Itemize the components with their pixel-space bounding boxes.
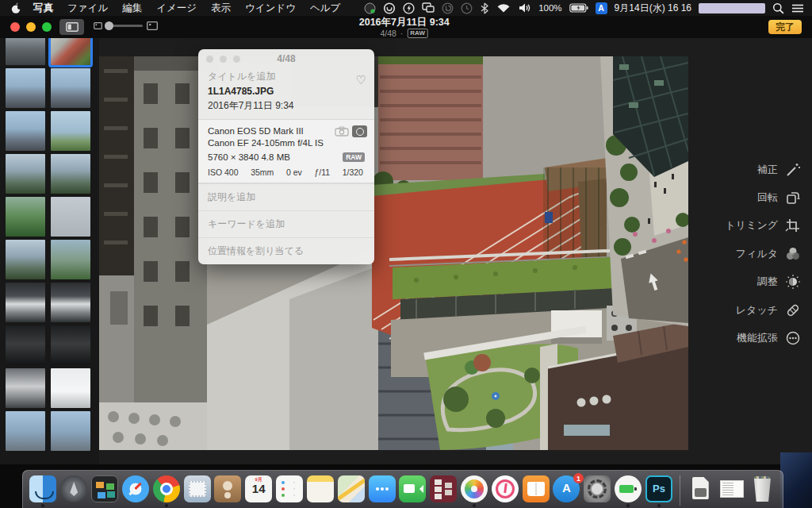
- battery-percent: 100%: [538, 3, 561, 13]
- thumbnail-7[interactable]: [6, 154, 45, 194]
- dock-item-app-store[interactable]: 1A: [551, 471, 582, 508]
- dock-item-ibooks[interactable]: [520, 471, 551, 508]
- safari-icon: [122, 475, 149, 502]
- tool-retouch[interactable]: レタッチ: [688, 296, 807, 324]
- window-titlebar: 2016年7月11日 9:34 4/48 · RAW 完了: [0, 16, 812, 38]
- photo-dimensions: 5760 × 3840 4.8 MB: [208, 152, 290, 162]
- thumbnail-15[interactable]: [6, 325, 45, 365]
- running-indicator: [626, 504, 630, 507]
- thumbnail-1[interactable]: [6, 38, 45, 65]
- tool-crop[interactable]: トリミング: [688, 212, 807, 240]
- sync-status-icon[interactable]: [364, 2, 376, 14]
- docker-status-icon[interactable]: [442, 2, 454, 14]
- minimize-window-button[interactable]: [26, 22, 36, 32]
- menu-edit[interactable]: 編集: [115, 0, 149, 16]
- menu-window[interactable]: ウインドウ: [238, 0, 303, 16]
- thumbnail-6[interactable]: [51, 111, 90, 151]
- add-title-field[interactable]: タイトルを追加: [208, 70, 365, 83]
- creative-cloud-icon[interactable]: [383, 2, 396, 14]
- dock-item-facetime[interactable]: [397, 471, 428, 508]
- tool-extensions[interactable]: 機能拡張: [688, 324, 807, 352]
- dock-item-messages[interactable]: [366, 471, 397, 508]
- dock-item-chrome[interactable]: [151, 471, 182, 508]
- main-photo[interactable]: [99, 56, 688, 450]
- popover-dots: [206, 56, 240, 63]
- menu-image[interactable]: イメージ: [149, 0, 204, 16]
- dock-item-itunes[interactable]: [489, 471, 520, 508]
- displays-icon[interactable]: [422, 2, 435, 14]
- dock-item-reminders[interactable]: [274, 471, 305, 508]
- titlebar-center: 2016年7月11日 9:34 4/48 · RAW: [359, 17, 450, 38]
- time-machine-icon[interactable]: [461, 2, 473, 14]
- thumbnail-10[interactable]: [51, 197, 90, 237]
- add-keywords-field[interactable]: キーワードを追加: [198, 210, 374, 237]
- spotlight-search-icon[interactable]: [772, 2, 784, 14]
- apple-menu-icon[interactable]: [11, 2, 21, 14]
- thumbnail-9[interactable]: [6, 197, 45, 237]
- dock-item-system-preferences[interactable]: [582, 471, 613, 508]
- dock-item-safari[interactable]: [120, 471, 151, 508]
- menu-view[interactable]: 表示: [204, 0, 238, 16]
- notification-center-icon[interactable]: [791, 2, 804, 14]
- dock-item-trash[interactable]: [747, 471, 778, 508]
- tool-adjust[interactable]: 調整: [688, 268, 807, 296]
- thumbnail-17[interactable]: [6, 368, 45, 408]
- dock-item-mission-control[interactable]: [90, 471, 121, 508]
- running-indicator: [657, 504, 661, 507]
- flash-utility-icon[interactable]: [403, 2, 415, 14]
- messages-icon: [369, 475, 396, 502]
- dock-item-calendar[interactable]: 9月14: [243, 471, 274, 508]
- volume-icon[interactable]: [518, 2, 531, 14]
- menubar-clock[interactable]: 9月14日(水) 16 16: [615, 2, 691, 15]
- thumbnail-2-selected[interactable]: [51, 38, 90, 65]
- fullscreen-window-button[interactable]: [42, 22, 52, 32]
- thumbnail-19[interactable]: [6, 411, 45, 451]
- dock-item-maps[interactable]: [335, 471, 366, 508]
- launchpad-icon: [60, 475, 87, 502]
- input-source-icon[interactable]: A: [596, 2, 607, 14]
- wifi-icon[interactable]: [496, 2, 511, 14]
- thumbnail-browser-toggle[interactable]: [59, 19, 84, 35]
- dock-item-photos[interactable]: [459, 471, 490, 508]
- close-window-button[interactable]: [10, 22, 20, 32]
- thumbnail-4[interactable]: [51, 68, 90, 108]
- thumbnail-18[interactable]: [51, 368, 90, 408]
- thumbnail-5[interactable]: [6, 111, 45, 151]
- tool-wand[interactable]: 補正: [688, 156, 807, 183]
- menu-help[interactable]: ヘルプ: [303, 0, 347, 16]
- dock-item-battery-utility[interactable]: [613, 471, 644, 508]
- battery-icon[interactable]: [569, 2, 588, 14]
- thumbnail-14[interactable]: [51, 283, 90, 322]
- bluetooth-icon[interactable]: [480, 2, 489, 14]
- menu-photos[interactable]: 写真: [26, 0, 60, 16]
- dock-item-documents[interactable]: [685, 471, 716, 508]
- done-button[interactable]: 完了: [768, 20, 802, 34]
- zoom-slider-track[interactable]: [106, 25, 143, 27]
- dock-item-mail[interactable]: [182, 471, 213, 508]
- dock-item-text-file[interactable]: [716, 471, 747, 508]
- dock-item-photo-booth[interactable]: [428, 471, 459, 508]
- dock-item-notes[interactable]: [304, 471, 335, 508]
- zoom-slider[interactable]: [94, 21, 158, 30]
- thumbnail-8[interactable]: [51, 154, 90, 194]
- trash-icon: [749, 475, 776, 502]
- dock-item-contacts[interactable]: [213, 471, 243, 508]
- exif-row: ISO 400 35mm 0 ev ƒ/11 1/320: [208, 162, 365, 178]
- favorite-heart-icon[interactable]: ♡: [356, 73, 366, 87]
- tool-filters[interactable]: フィルタ: [688, 240, 807, 267]
- thumbnail-11[interactable]: [6, 240, 45, 279]
- dock-item-finder[interactable]: [28, 471, 59, 508]
- thumbnail-20[interactable]: [51, 411, 90, 451]
- dock-item-launchpad[interactable]: [59, 471, 90, 508]
- thumbnail-12[interactable]: [51, 240, 90, 279]
- add-description-field[interactable]: 説明を追加: [198, 183, 374, 210]
- assign-location-field[interactable]: 位置情報を割り当てる: [198, 237, 374, 264]
- menu-file[interactable]: ファイル: [60, 0, 115, 16]
- thumbnail-16[interactable]: [51, 325, 90, 365]
- tool-rotate[interactable]: 回転: [688, 183, 807, 211]
- dock-item-photoshop[interactable]: Ps: [644, 471, 675, 508]
- exif-aperture: ƒ/11: [314, 167, 330, 177]
- thumbnail-3[interactable]: [6, 68, 45, 108]
- thumbnail-13[interactable]: [6, 283, 45, 322]
- zoom-slider-knob[interactable]: [105, 21, 113, 30]
